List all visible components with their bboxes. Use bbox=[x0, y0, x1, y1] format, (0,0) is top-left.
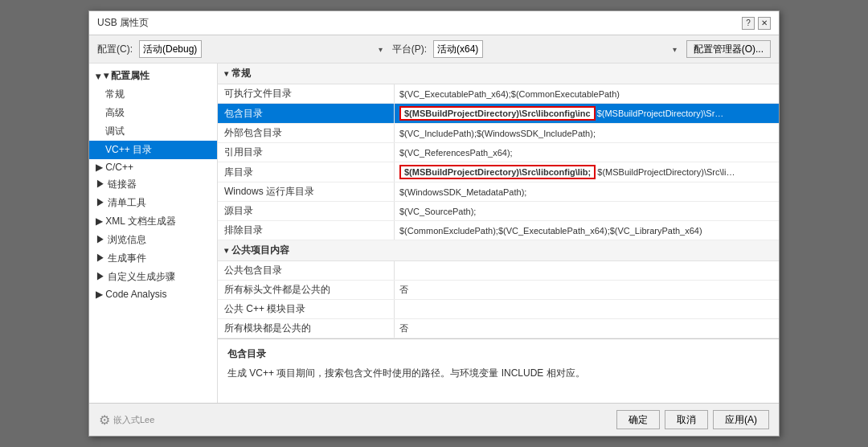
prop-name-cpp-mo-kuai: 公共 C++ 模块目录 bbox=[218, 300, 395, 318]
config-select[interactable]: 活动(Debug) bbox=[139, 40, 202, 58]
tree-item-pei-zhi-shu-xing[interactable]: ▾ ▾ 配置属性 bbox=[89, 67, 217, 85]
watermark: ⚙ 嵌入式Lee bbox=[99, 412, 612, 428]
prop-name-ku-mu-lu: 库目录 bbox=[218, 162, 395, 182]
apply-button[interactable]: 应用(A) bbox=[713, 410, 769, 429]
config-select-wrapper: 活动(Debug) bbox=[139, 40, 386, 58]
props-area: ▾ 常规 可执行文件目录 $(VC_ExecutablePath_x64);$(… bbox=[218, 64, 779, 338]
prop-row-cpp-mo-kuai: 公共 C++ 模块目录 bbox=[218, 300, 779, 319]
prop-row-ke-zhi-hang: 可执行文件目录 $(VC_ExecutablePath_x64);$(Commo… bbox=[218, 84, 779, 104]
ok-button[interactable]: 确定 bbox=[616, 410, 660, 429]
prop-value-cpp-mo-kuai bbox=[395, 300, 779, 318]
prop-value-gong-gong-bao-han bbox=[395, 261, 779, 280]
bottom-bar: ⚙ 嵌入式Lee 确定 取消 应用(A) bbox=[89, 403, 779, 436]
close-button[interactable]: ✕ bbox=[758, 17, 771, 30]
tree-item-gao-ji[interactable]: 高级 bbox=[89, 104, 217, 122]
prop-value-ke-zhi-hang: $(VC_ExecutablePath_x64);$(CommonExecuta… bbox=[395, 84, 779, 103]
dialog-title: USB 属性页 bbox=[97, 16, 149, 30]
prop-name-yin-yong: 引用目录 bbox=[218, 143, 395, 162]
gao-ji-label: 高级 bbox=[105, 106, 125, 120]
main-content: ▾ ▾ 配置属性 常规 高级 调试 VC++ 目录 ▶ C/C++ ▶ 链接器 bbox=[89, 64, 779, 403]
dialog: USB 属性页 ? ✕ 配置(C): 活动(Debug) 平台(P): 活动(x… bbox=[88, 10, 780, 437]
prop-row-gong-gong-bao-han: 公共包含目录 bbox=[218, 261, 779, 281]
prop-row-mo-kuai-gong-gong: 所有模块都是公共的 否 bbox=[218, 319, 779, 338]
prop-row-bao-han-mu-lu[interactable]: 包含目录 $(MSBuildProjectDirectory)\Src\libc… bbox=[218, 104, 779, 124]
zi-ding-yi-label: ▶ 自定义生成步骤 bbox=[96, 270, 175, 284]
vc-mu-lu-label: VC++ 目录 bbox=[105, 143, 152, 157]
prop-value-biao-tou-wen-jian: 否 bbox=[395, 281, 779, 299]
tree-item-sheng-cheng[interactable]: ▶ 生成事件 bbox=[89, 249, 217, 268]
xml-label: ▶ XML 文档生成器 bbox=[96, 215, 176, 228]
tree-item-chang-gui[interactable]: 常规 bbox=[89, 85, 217, 104]
section-gong-gong[interactable]: ▾ 公共项目内容 bbox=[218, 240, 779, 261]
prop-row-yin-yong: 引用目录 $(VC_ReferencesPath_x64); bbox=[218, 143, 779, 162]
sheng-cheng-label: ▶ 生成事件 bbox=[96, 252, 146, 265]
section-arrow-icon: ▾ bbox=[224, 69, 228, 78]
prop-row-wai-bu: 外部包含目录 $(VC_IncludePath);$(WindowsSDK_In… bbox=[218, 124, 779, 143]
help-button[interactable]: ? bbox=[742, 17, 755, 30]
section-chang-gui[interactable]: ▾ 常规 bbox=[218, 64, 779, 84]
ku-value-box: $(MSBuildProjectDirectory)\Src\libconfig… bbox=[399, 165, 596, 179]
platform-select-wrapper: 活动(x64) bbox=[433, 40, 680, 58]
bao-han-value-box: $(MSBuildProjectDirectory)\Src\libconfig… bbox=[399, 106, 596, 121]
section-gong-gong-title: 公共项目内容 bbox=[231, 244, 289, 257]
chang-gui-label: 常规 bbox=[105, 88, 125, 101]
prop-name-windows-yun: Windows 运行库目录 bbox=[218, 182, 395, 201]
prop-value-yin-yong: $(VC_ReferencesPath_x64); bbox=[395, 143, 779, 162]
config-label: 配置(C): bbox=[97, 43, 133, 56]
diao-shi-label: 调试 bbox=[105, 125, 125, 138]
prop-row-biao-tou-wen-jian: 所有标头文件都是公共的 否 bbox=[218, 281, 779, 300]
config-manager-button[interactable]: 配置管理器(O)... bbox=[686, 40, 771, 58]
prop-value-mo-kuai-gong-gong: 否 bbox=[395, 319, 779, 338]
code-analysis-label: ▶ Code Analysis bbox=[96, 289, 166, 300]
prop-name-bao-han-mu-lu: 包含目录 bbox=[218, 104, 395, 123]
prop-value-ku-mu-lu: $(MSBuildProjectDirectory)\Src\libconfig… bbox=[395, 162, 779, 182]
prop-name-wai-bu: 外部包含目录 bbox=[218, 124, 395, 142]
title-bar: USB 属性页 ? ✕ bbox=[89, 11, 779, 35]
liu-lan-label: ▶ 浏览信息 bbox=[96, 233, 146, 247]
section-gong-gong-arrow-icon: ▾ bbox=[224, 246, 228, 255]
arrow-icon: ▾ bbox=[96, 71, 100, 82]
prop-name-yuan-mu-lu: 源目录 bbox=[218, 202, 395, 220]
prop-name-gong-gong-bao-han: 公共包含目录 bbox=[218, 261, 395, 280]
prop-name-ke-zhi-hang: 可执行文件目录 bbox=[218, 84, 395, 103]
prop-row-ku-mu-lu: 库目录 $(MSBuildProjectDirectory)\Src\libco… bbox=[218, 162, 779, 182]
tree-item-liu-lan[interactable]: ▶ 浏览信息 bbox=[89, 231, 217, 249]
left-panel: ▾ ▾ 配置属性 常规 高级 调试 VC++ 目录 ▶ C/C++ ▶ 链接器 bbox=[89, 64, 218, 403]
section-chang-gui-title: 常规 bbox=[231, 67, 251, 80]
tree-item-xml[interactable]: ▶ XML 文档生成器 bbox=[89, 212, 217, 231]
config-row: 配置(C): 活动(Debug) 平台(P): 活动(x64) 配置管理器(O)… bbox=[89, 35, 779, 64]
tree-item-vc-mu-lu[interactable]: VC++ 目录 bbox=[89, 141, 217, 159]
tree-item-c-cpp[interactable]: ▶ C/C++ bbox=[89, 159, 217, 175]
cancel-button[interactable]: 取消 bbox=[665, 410, 708, 429]
tree-item-qing-dan-gong-ju[interactable]: ▶ 清单工具 bbox=[89, 194, 217, 212]
prop-row-pai-chu: 排除目录 $(CommonExcludePath);$(VC_Executabl… bbox=[218, 221, 779, 240]
prop-value-windows-yun: $(WindowsSDK_MetadataPath); bbox=[395, 182, 779, 201]
prop-name-biao-tou-wen-jian: 所有标头文件都是公共的 bbox=[218, 281, 395, 299]
description-text: 生成 VC++ 项目期间，搜索包含文件时使用的路径。与环境变量 INCLUDE … bbox=[227, 366, 769, 381]
prop-name-pai-chu: 排除目录 bbox=[218, 221, 395, 240]
platform-select[interactable]: 活动(x64) bbox=[433, 40, 483, 58]
c-cpp-label: ▶ C/C++ bbox=[96, 162, 133, 173]
prop-value-pai-chu: $(CommonExcludePath);$(VC_ExecutablePath… bbox=[395, 221, 779, 240]
lian-jie-qi-label: ▶ 链接器 bbox=[96, 178, 137, 191]
description-area: 包含目录 生成 VC++ 项目期间，搜索包含文件时使用的路径。与环境变量 INC… bbox=[218, 338, 779, 403]
prop-value-wai-bu: $(VC_IncludePath);$(WindowsSDK_IncludePa… bbox=[395, 124, 779, 142]
tree-item-zi-ding-yi[interactable]: ▶ 自定义生成步骤 bbox=[89, 268, 217, 286]
right-panel: ▾ 常规 可执行文件目录 $(VC_ExecutablePath_x64);$(… bbox=[218, 64, 779, 403]
tree-item-code-analysis[interactable]: ▶ Code Analysis bbox=[89, 286, 217, 302]
tree-item-lian-jie-qi[interactable]: ▶ 链接器 bbox=[89, 175, 217, 194]
description-title: 包含目录 bbox=[227, 347, 769, 361]
prop-value-bao-han-mu-lu: $(MSBuildProjectDirectory)\Src\libconfig… bbox=[395, 104, 779, 123]
prop-name-mo-kuai-gong-gong: 所有模块都是公共的 bbox=[218, 319, 395, 338]
tree-item-diao-shi[interactable]: 调试 bbox=[89, 122, 217, 141]
title-controls: ? ✕ bbox=[742, 17, 771, 30]
prop-value-yuan-mu-lu: $(VC_SourcePath); bbox=[395, 202, 779, 220]
prop-row-windows-yun: Windows 运行库目录 $(WindowsSDK_MetadataPath)… bbox=[218, 182, 779, 202]
prop-row-yuan-mu-lu: 源目录 $(VC_SourcePath); bbox=[218, 202, 779, 221]
platform-label: 平台(P): bbox=[392, 43, 427, 56]
qing-dan-label: ▶ 清单工具 bbox=[96, 196, 146, 210]
